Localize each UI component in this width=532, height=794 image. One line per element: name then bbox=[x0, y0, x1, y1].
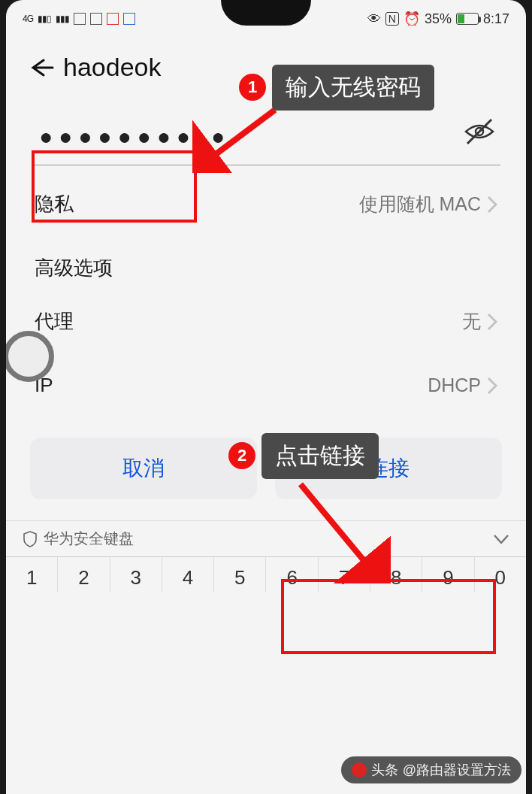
key-3[interactable]: 3 bbox=[110, 557, 162, 592]
key-9[interactable]: 9 bbox=[422, 557, 474, 592]
key-4[interactable]: 4 bbox=[162, 557, 214, 592]
proxy-value: 无 bbox=[462, 309, 481, 334]
page-header: haodeok bbox=[6, 33, 526, 92]
watermark-prefix: 头条 bbox=[371, 761, 398, 779]
privacy-value: 使用随机 MAC bbox=[359, 192, 482, 217]
annotation-badge-2: 2 bbox=[228, 442, 255, 469]
battery-percent: 35% bbox=[425, 11, 452, 27]
key-0[interactable]: 0 bbox=[475, 557, 526, 592]
chevron-right-icon bbox=[487, 195, 497, 214]
chevron-right-icon bbox=[487, 377, 497, 395]
key-5[interactable]: 5 bbox=[214, 557, 266, 592]
annotation-callout-2: 点击链接 bbox=[261, 433, 379, 479]
svg-line-2 bbox=[203, 110, 275, 164]
key-1[interactable]: 1 bbox=[6, 557, 58, 592]
signal-bars-icon: ▮▮▯ bbox=[38, 14, 51, 24]
proxy-row[interactable]: 代理 无 bbox=[18, 289, 514, 354]
eye-status-icon: 👁 bbox=[367, 11, 381, 27]
app-icon-4 bbox=[123, 13, 135, 25]
ip-row[interactable]: IP DHCP bbox=[18, 354, 514, 417]
password-dots-before: ●●●●●●●● bbox=[39, 124, 196, 149]
svg-line-3 bbox=[301, 484, 374, 573]
chevron-right-icon bbox=[487, 313, 497, 331]
keyboard-security-bar[interactable]: 华为安全键盘 bbox=[6, 520, 526, 556]
keyboard-secure-label: 华为安全键盘 bbox=[44, 529, 134, 549]
page-title: haodeok bbox=[63, 53, 161, 82]
app-icon-3 bbox=[107, 13, 119, 25]
key-2[interactable]: 2 bbox=[58, 557, 110, 592]
app-icon-2 bbox=[90, 13, 102, 25]
privacy-row[interactable]: 隐私 使用随机 MAC bbox=[18, 171, 514, 237]
signal-bars2-icon: ▮▮▮ bbox=[56, 14, 69, 24]
privacy-label: 隐私 bbox=[35, 191, 74, 217]
shield-icon bbox=[23, 531, 38, 547]
app-icon-1 bbox=[74, 13, 86, 25]
annotation-callout-1: 输入无线密码 bbox=[272, 65, 434, 111]
proxy-label: 代理 bbox=[35, 308, 74, 335]
nfc-icon: N bbox=[385, 12, 399, 26]
battery-icon bbox=[456, 13, 479, 25]
annotation-arrow-1 bbox=[192, 105, 283, 173]
keyboard-number-row: 1 2 3 4 5 6 7 8 9 0 bbox=[6, 556, 526, 592]
annotation-arrow-2 bbox=[286, 478, 391, 583]
advanced-label: 高级选项 bbox=[18, 237, 514, 289]
watermark: 头条 @路由器设置方法 bbox=[341, 756, 521, 783]
chevron-down-icon[interactable] bbox=[493, 534, 509, 544]
toggle-password-visibility-icon[interactable] bbox=[463, 115, 496, 148]
clock-time: 8:17 bbox=[483, 11, 509, 27]
watermark-handle: @路由器设置方法 bbox=[403, 761, 511, 779]
back-arrow-icon[interactable] bbox=[27, 57, 54, 78]
alarm-icon: ⏰ bbox=[404, 11, 420, 27]
cancel-button[interactable]: 取消 bbox=[30, 438, 257, 499]
status-left: 4G ▮▮▯ ▮▮▮ bbox=[23, 13, 135, 25]
watermark-logo-icon bbox=[352, 762, 367, 777]
phone-notch bbox=[221, 0, 311, 26]
annotation-badge-1: 1 bbox=[239, 74, 266, 101]
status-right: 👁 N ⏰ 35% 8:17 bbox=[367, 11, 509, 27]
ip-value: DHCP bbox=[428, 374, 481, 396]
signal-icon: 4G bbox=[23, 14, 33, 24]
svg-line-1 bbox=[467, 120, 491, 144]
